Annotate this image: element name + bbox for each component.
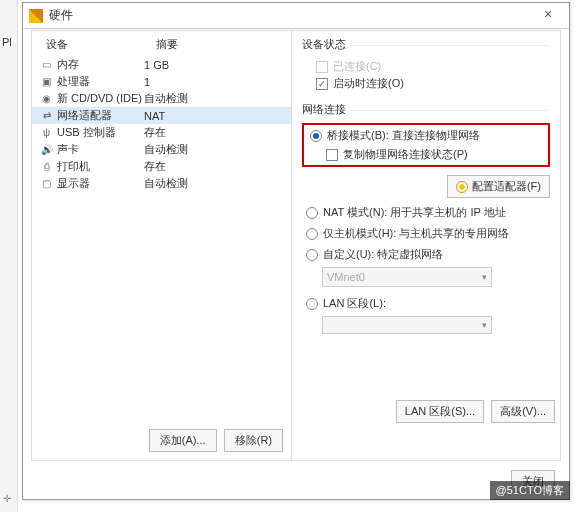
checkbox-connected: 已连接(C) bbox=[302, 58, 550, 75]
device-status-title: 设备状态 bbox=[302, 37, 550, 52]
display-icon: ▢ bbox=[40, 177, 53, 190]
close-icon[interactable]: × bbox=[533, 6, 563, 26]
network-connection-title: 网络连接 bbox=[302, 102, 550, 117]
radio-label: 仅主机模式(H): 与主机共享的专用网络 bbox=[323, 226, 509, 241]
radio-icon bbox=[306, 249, 318, 261]
settings-pane: 设备状态 已连接(C) ✓ 启动时连接(O) 网络连接 桥接模式(B): 直接连… bbox=[292, 31, 560, 460]
radio-nat[interactable]: NAT 模式(N): 用于共享主机的 IP 地址 bbox=[302, 204, 550, 221]
memory-icon: ▭ bbox=[40, 58, 53, 71]
checkbox-label: 启动时连接(O) bbox=[333, 76, 404, 91]
device-name: 网络适配器 bbox=[57, 108, 112, 123]
device-name: 显示器 bbox=[57, 176, 90, 191]
device-summary: 自动检测 bbox=[144, 91, 287, 106]
radio-bridged[interactable]: 桥接模式(B): 直接连接物理网络 bbox=[306, 127, 546, 144]
radio-label: 自定义(U): 特定虚拟网络 bbox=[323, 247, 443, 262]
radio-icon bbox=[306, 298, 318, 310]
device-list[interactable]: ▭内存 1 GB ▣处理器 1 ◉新 CD/DVD (IDE) 自动检测 ⇄网络… bbox=[32, 56, 291, 421]
radio-icon bbox=[310, 130, 322, 142]
cd-icon: ◉ bbox=[40, 92, 53, 105]
device-row-printer[interactable]: ⎙打印机 存在 bbox=[32, 158, 291, 175]
device-row-display[interactable]: ▢显示器 自动检测 bbox=[32, 175, 291, 192]
dialog-title: 硬件 bbox=[49, 7, 533, 24]
device-summary: 存在 bbox=[144, 159, 287, 174]
col-summary: 摘要 bbox=[156, 37, 287, 52]
device-name: 打印机 bbox=[57, 159, 90, 174]
device-row-sound[interactable]: 🔊声卡 自动检测 bbox=[32, 141, 291, 158]
device-summary: 1 GB bbox=[144, 59, 287, 71]
custom-network-dropdown: VMnet0 ▾ bbox=[322, 267, 492, 287]
radio-custom[interactable]: 自定义(U): 特定虚拟网络 bbox=[302, 246, 550, 263]
cpu-icon: ▣ bbox=[40, 75, 53, 88]
checkbox-icon bbox=[326, 149, 338, 161]
device-row-memory[interactable]: ▭内存 1 GB bbox=[32, 56, 291, 73]
add-button[interactable]: 添加(A)... bbox=[149, 429, 217, 452]
bridged-highlight: 桥接模式(B): 直接连接物理网络 复制物理网络连接状态(P) bbox=[302, 123, 550, 167]
device-row-cpu[interactable]: ▣处理器 1 bbox=[32, 73, 291, 90]
device-summary: 自动检测 bbox=[144, 142, 287, 157]
radio-label: 桥接模式(B): 直接连接物理网络 bbox=[327, 128, 480, 143]
radio-icon bbox=[306, 228, 318, 240]
gear-icon bbox=[456, 181, 468, 193]
dropdown-value: VMnet0 bbox=[327, 271, 365, 283]
device-row-cd[interactable]: ◉新 CD/DVD (IDE) 自动检测 bbox=[32, 90, 291, 107]
device-list-header: 设备 摘要 bbox=[32, 31, 291, 56]
device-summary: 自动检测 bbox=[144, 176, 287, 191]
radio-icon bbox=[306, 207, 318, 219]
button-label: 配置适配器(F) bbox=[472, 179, 541, 194]
printer-icon: ⎙ bbox=[40, 160, 53, 173]
col-device: 设备 bbox=[46, 37, 156, 52]
checkbox-icon bbox=[316, 61, 328, 73]
sound-icon: 🔊 bbox=[40, 143, 53, 156]
device-summary: NAT bbox=[144, 110, 287, 122]
device-name: 处理器 bbox=[57, 74, 90, 89]
device-status-group: 设备状态 已连接(C) ✓ 启动时连接(O) bbox=[302, 37, 550, 92]
chevron-down-icon: ▾ bbox=[482, 320, 487, 330]
device-row-usb[interactable]: ψUSB 控制器 存在 bbox=[32, 124, 291, 141]
hardware-dialog: 硬件 × 设备 摘要 ▭内存 1 GB ▣处理器 1 ◉新 CD/DVD (ID… bbox=[22, 2, 570, 500]
advanced-button[interactable]: 高级(V)... bbox=[491, 400, 555, 423]
radio-label: LAN 区段(L): bbox=[323, 296, 386, 311]
radio-host-only[interactable]: 仅主机模式(H): 与主机共享的专用网络 bbox=[302, 225, 550, 242]
bg-arrow-icon: ✛ bbox=[3, 493, 11, 504]
device-name: 新 CD/DVD (IDE) bbox=[57, 91, 142, 106]
device-name: 声卡 bbox=[57, 142, 79, 157]
chevron-down-icon: ▾ bbox=[482, 272, 487, 282]
checkbox-icon: ✓ bbox=[316, 78, 328, 90]
network-connection-group: 网络连接 桥接模式(B): 直接连接物理网络 复制物理网络连接状态(P) 配置适… bbox=[302, 102, 550, 334]
lan-segment-dropdown: ▾ bbox=[322, 316, 492, 334]
device-summary: 1 bbox=[144, 76, 287, 88]
device-row-network[interactable]: ⇄网络适配器 NAT bbox=[32, 107, 291, 124]
configure-adapter-button[interactable]: 配置适配器(F) bbox=[447, 175, 550, 198]
network-icon: ⇄ bbox=[40, 109, 53, 122]
radio-lan-segment[interactable]: LAN 区段(L): bbox=[302, 295, 550, 312]
checkbox-label: 复制物理网络连接状态(P) bbox=[343, 147, 468, 162]
watermark: @51CTO博客 bbox=[490, 481, 570, 500]
device-summary: 存在 bbox=[144, 125, 287, 140]
device-name: 内存 bbox=[57, 57, 79, 72]
checkbox-replicate[interactable]: 复制物理网络连接状态(P) bbox=[306, 146, 546, 163]
remove-button[interactable]: 移除(R) bbox=[224, 429, 283, 452]
bg-label: Pl bbox=[2, 36, 12, 48]
radio-label: NAT 模式(N): 用于共享主机的 IP 地址 bbox=[323, 205, 506, 220]
titlebar: 硬件 × bbox=[23, 3, 569, 29]
checkbox-label: 已连接(C) bbox=[333, 59, 381, 74]
app-icon bbox=[29, 9, 43, 23]
device-pane: 设备 摘要 ▭内存 1 GB ▣处理器 1 ◉新 CD/DVD (IDE) 自动… bbox=[32, 31, 292, 460]
checkbox-connect-at-power-on[interactable]: ✓ 启动时连接(O) bbox=[302, 75, 550, 92]
lan-segments-button[interactable]: LAN 区段(S)... bbox=[396, 400, 484, 423]
usb-icon: ψ bbox=[40, 126, 53, 139]
device-name: USB 控制器 bbox=[57, 125, 116, 140]
